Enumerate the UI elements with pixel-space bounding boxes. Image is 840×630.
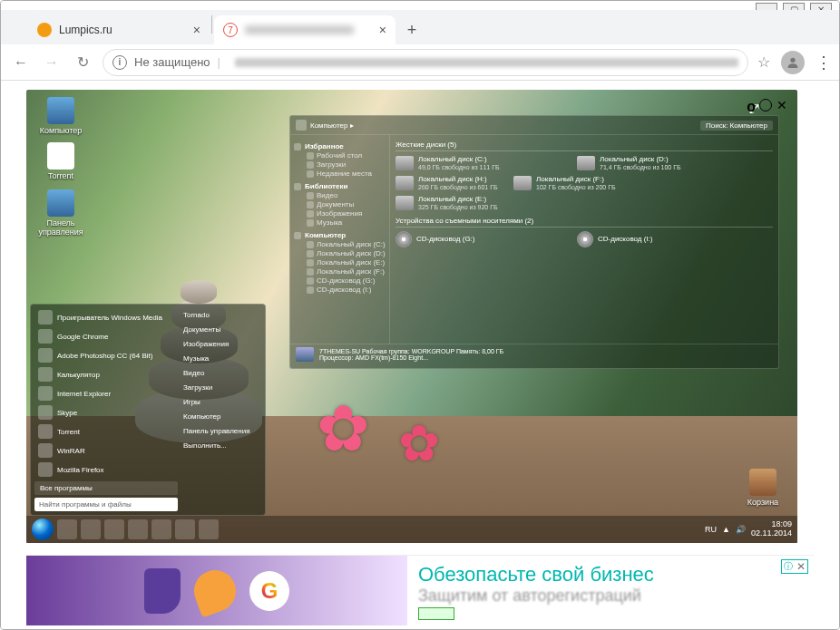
ad-close-icon[interactable]: ✕ xyxy=(796,560,806,573)
drive-item[interactable]: Локальный диск (C:)49,0 ГБ свободно из 1… xyxy=(396,155,568,171)
site-info-icon[interactable]: i xyxy=(112,55,127,70)
browser-tab-active[interactable]: 7 × xyxy=(214,15,396,44)
start-menu-item[interactable]: Калькулятор xyxy=(34,365,178,383)
start-menu-item[interactable]: Torrent xyxy=(34,422,178,441)
start-menu-item[interactable]: Mozilla Firefox xyxy=(34,460,178,479)
favicon-icon xyxy=(37,23,52,37)
explorer-titlebar[interactable]: Компьютер ▸ Поиск: Компьютер xyxy=(290,116,778,135)
start-menu-right-item[interactable]: Выполнить... xyxy=(180,439,261,452)
tab-title: Lumpics.ru xyxy=(59,24,112,36)
drive-item[interactable]: Локальный диск (D:)71,4 ГБ свободно из 1… xyxy=(577,155,749,171)
start-menu-right-item[interactable]: Загрузки xyxy=(180,381,261,394)
browser-toolbar: ← → ↻ i Не защищено | ☆ ⋮ xyxy=(1,44,839,81)
profile-avatar-icon[interactable] xyxy=(781,51,805,74)
windows-taskbar: RU ▲ 🔊 18:0902.11.2014 xyxy=(26,516,797,543)
ad-graphic: G xyxy=(26,556,407,625)
start-menu: Проигрыватель Windows Media Google Chrom… xyxy=(30,304,266,516)
sidebar-item[interactable]: Загрузки xyxy=(294,160,386,169)
desktop-icon-computer[interactable]: Компьютер xyxy=(34,97,88,135)
browser-tab-lumpics[interactable]: Lumpics.ru × xyxy=(28,15,210,44)
img-close-icon[interactable]: ✕ xyxy=(776,99,788,111)
taskbar-item[interactable] xyxy=(57,519,77,539)
start-menu-right-item[interactable]: Документы xyxy=(180,323,261,336)
taskbar-item[interactable] xyxy=(199,519,219,539)
adchoices-info-icon[interactable]: ⓘ xyxy=(784,560,793,573)
tab-close-icon[interactable]: × xyxy=(193,23,200,37)
img-control[interactable] xyxy=(759,99,772,111)
start-menu-all-programs[interactable]: Все программы xyxy=(34,481,178,495)
sidebar-item[interactable]: Документы xyxy=(294,200,386,208)
sidebar-item[interactable]: Локальный диск (F:) xyxy=(294,267,386,276)
start-menu-item[interactable]: WinRAR xyxy=(34,441,178,460)
taskbar-item[interactable] xyxy=(128,519,148,539)
sidebar-item[interactable]: Локальный диск (E:) xyxy=(294,258,386,267)
bookmark-star-icon[interactable]: ☆ xyxy=(757,53,770,71)
computer-icon xyxy=(296,347,314,362)
taskbar-item[interactable] xyxy=(104,519,124,539)
flower-decoration: ✿ xyxy=(317,392,370,466)
back-button[interactable]: ← xyxy=(10,52,32,73)
adchoices-badge[interactable]: ⓘ ✕ xyxy=(781,559,808,574)
sidebar-item[interactable]: Музыка xyxy=(294,218,386,227)
sidebar-item[interactable]: CD-дисковод (G:) xyxy=(294,276,386,285)
drive-item[interactable]: CD-дисковод (G:) xyxy=(396,231,568,247)
start-menu-right-item[interactable]: Изображения xyxy=(180,337,261,351)
theme-screenshot[interactable]: ✿ ✿ ⤢ o ✕ Компьютер Torrent Панель управ… xyxy=(26,90,797,543)
page-content: ✿ ✿ ⤢ o ✕ Компьютер Torrent Панель управ… xyxy=(1,81,839,629)
start-menu-right-item[interactable]: Музыка xyxy=(180,352,261,365)
taskbar-clock[interactable]: 18:0902.11.2014 xyxy=(751,520,792,538)
start-menu-right-item[interactable]: Tornado xyxy=(180,308,261,322)
section-header-hdd: Жесткие диски (5) xyxy=(396,141,773,151)
url-blurred xyxy=(235,58,738,67)
desktop-icon-torrent[interactable]: Torrent xyxy=(34,142,88,180)
sidebar-group-computer[interactable]: Компьютер xyxy=(294,231,386,239)
start-menu-right-item[interactable]: Игры xyxy=(180,395,261,409)
start-menu-item[interactable]: Google Chrome xyxy=(34,327,178,345)
sidebar-group-favorites[interactable]: Избранное xyxy=(294,142,386,150)
taskbar-item[interactable] xyxy=(175,519,195,539)
drive-item[interactable]: Локальный диск (F:)102 ГБ свободно из 20… xyxy=(513,175,686,191)
explorer-breadcrumb[interactable]: Компьютер ▸ xyxy=(310,121,354,130)
svg-point-0 xyxy=(790,57,795,62)
sidebar-item[interactable]: CD-дисковод (I:) xyxy=(294,286,386,294)
start-menu-search-input[interactable]: Найти программы и файлы xyxy=(34,498,178,511)
taskbar-language[interactable]: RU xyxy=(705,525,717,534)
img-control[interactable]: o xyxy=(747,99,756,115)
taskbar-item[interactable] xyxy=(81,519,101,539)
desktop-icon-recycle-bin[interactable]: Корзина xyxy=(736,469,790,507)
reload-button[interactable]: ↻ xyxy=(72,52,93,73)
sidebar-item[interactable]: Локальный диск (C:) xyxy=(294,240,386,248)
explorer-window[interactable]: Компьютер ▸ Поиск: Компьютер Избранное Р… xyxy=(289,115,779,369)
taskbar-item[interactable] xyxy=(151,519,171,539)
forward-button[interactable]: → xyxy=(41,52,63,73)
address-bar[interactable]: i Не защищено | xyxy=(103,49,748,76)
favicon-icon: 7 xyxy=(223,23,238,37)
tab-close-icon[interactable]: × xyxy=(379,23,386,37)
tray-volume-icon[interactable]: 🔊 xyxy=(736,525,746,534)
desktop-icon-control-panel[interactable]: Панель управления xyxy=(34,189,88,237)
sidebar-item[interactable]: Локальный диск (D:) xyxy=(294,249,386,257)
start-menu-item[interactable]: Adobe Photoshop CC (64 Bit) xyxy=(34,346,178,364)
start-menu-right-item[interactable]: Панель управления xyxy=(180,424,261,438)
ad-banner[interactable]: G Обезопасьте свой бизнес Защитим от авт… xyxy=(26,555,814,625)
sidebar-item[interactable]: Рабочий стол xyxy=(294,151,386,160)
ad-cta-button[interactable] xyxy=(418,607,454,620)
tray-flag-icon[interactable]: ▲ xyxy=(722,525,730,534)
ad-headline: Обезопасьте свой бизнес xyxy=(418,563,803,586)
new-tab-button[interactable]: + xyxy=(399,17,425,43)
start-menu-item[interactable]: Internet Explorer xyxy=(34,384,178,402)
sidebar-group-libraries[interactable]: Библиотеки xyxy=(294,182,386,190)
sidebar-item[interactable]: Изображения xyxy=(294,209,386,218)
start-menu-item[interactable]: Skype xyxy=(34,403,178,422)
drive-item[interactable]: Локальный диск (H:)260 ГБ свободно из 60… xyxy=(396,175,504,191)
browser-menu-button[interactable]: ⋮ xyxy=(816,53,830,73)
start-menu-right-item[interactable]: Видео xyxy=(180,366,261,380)
explorer-search-input[interactable]: Поиск: Компьютер xyxy=(700,121,773,131)
sidebar-item[interactable]: Видео xyxy=(294,191,386,199)
start-menu-item[interactable]: Проигрыватель Windows Media xyxy=(34,308,178,326)
drive-item[interactable]: CD-дисковод (I:) xyxy=(577,231,749,247)
drive-item[interactable]: Локальный диск (E:)325 ГБ свободно из 92… xyxy=(396,195,568,211)
start-button[interactable] xyxy=(32,519,54,540)
start-menu-right-item[interactable]: Компьютер xyxy=(180,410,261,423)
sidebar-item[interactable]: Недавние места xyxy=(294,170,386,178)
